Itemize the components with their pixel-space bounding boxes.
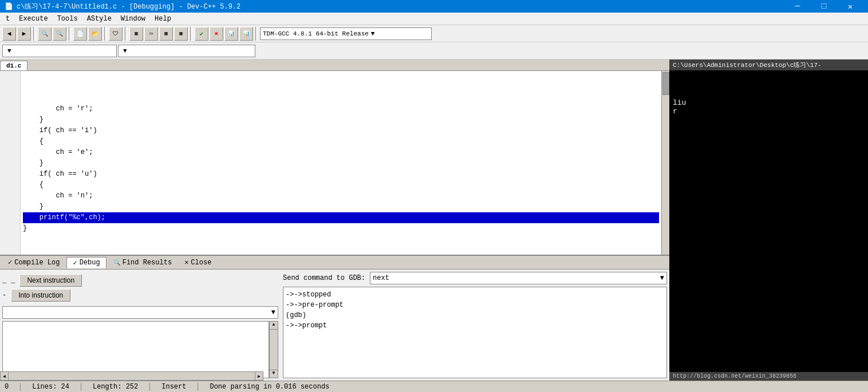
status-bar: 0 Lines: 24 Length: 252 Insert Done pars… — [0, 381, 868, 392]
window-title: c\练习\17-4-7\Untitled1.c - [Debugging] - … — [17, 2, 240, 11]
toolbar-x-btn[interactable]: ✖ — [210, 27, 223, 41]
compiler-dropdown[interactable]: TDM-GCC 4.8.1 64-bit Release ▼ — [260, 27, 432, 40]
status-mode: Insert — [161, 383, 186, 391]
debug-dash1: _ — [2, 276, 6, 284]
gdb-output-line: (gdb) — [286, 310, 664, 320]
toolbar-grid2-btn[interactable]: ▦ — [159, 27, 173, 41]
code-line: } — [23, 158, 659, 169]
toolbar-grid3-btn[interactable]: ▦ — [174, 27, 188, 41]
toolbar-sep3 — [104, 27, 106, 41]
tab-debug[interactable]: ✓ Debug — [66, 257, 106, 268]
menu-item-tools[interactable]: Tools — [53, 14, 82, 24]
status-sep4 — [198, 383, 198, 391]
code-line: if( ch == 'u') — [23, 169, 659, 180]
code-line: { — [23, 180, 659, 191]
toolbar-chart-btn[interactable]: 📊 — [224, 27, 238, 41]
debug-row2: - Into instruction — [2, 289, 278, 302]
tab-find-results[interactable]: 🔍 Find Results — [108, 258, 177, 268]
debug-dropdown-row: ▼ — [2, 306, 278, 319]
terminal-line: r — [673, 107, 865, 116]
menu-item-astyle[interactable]: AStyle — [82, 14, 116, 24]
toolbar-open-btn[interactable]: 📂 — [88, 27, 102, 41]
debug-label: Debug — [80, 259, 100, 267]
toolbar-search-btn[interactable]: 🔍 — [38, 27, 52, 41]
next-instruction-button[interactable]: Next instruction — [19, 274, 82, 287]
terminal-bottom-bar: http://blog.csdn.net/weixin_38239856 — [669, 372, 868, 381]
code-line: printf("%c",ch); — [23, 212, 659, 223]
debug-right-panel: Send command to GDB: next ▼ ->->stopped-… — [281, 270, 669, 381]
gdb-command-dropdown[interactable]: next ▼ — [370, 272, 667, 284]
find-results-icon: 🔍 — [113, 259, 120, 266]
toolbar-grid1-btn[interactable]: ▦ — [129, 27, 143, 41]
compiler-dropdown-arrow: ▼ — [371, 30, 375, 37]
search-dropdown[interactable]: ▼ — [118, 45, 255, 57]
tab-compile-log[interactable]: ✓ Compile Log — [2, 257, 65, 268]
hscroll-track — [9, 372, 255, 380]
toolbar-chart2-btn[interactable]: 📊 — [239, 27, 253, 41]
find-results-label: Find Results — [123, 259, 172, 267]
menu-item-execute[interactable]: Execute — [14, 14, 52, 24]
gdb-output-line: ->->prompt — [286, 320, 664, 331]
toolbar: ◀ ▶ 🔍 🔍 📄 📂 🛡 ▦ ▭ ▦ ▦ ✔ ✖ 📊 📊 TDM-GCC 4.… — [0, 25, 868, 42]
toolbar-check-btn[interactable]: ✔ — [195, 27, 208, 41]
toolbar-forward-btn[interactable]: ▶ — [17, 27, 31, 41]
gdb-output-line: ->->pre-prompt — [286, 300, 664, 310]
toolbar-shield-btn[interactable]: 🛡 — [109, 27, 123, 41]
status-length: Length: 252 — [93, 383, 138, 391]
file-tabs: d1.c — [0, 60, 669, 71]
scrollbar-thumb[interactable] — [662, 72, 669, 95]
search-dropdown-arrow: ▼ — [123, 47, 127, 54]
toolbar-back-btn[interactable]: ◀ — [2, 27, 16, 41]
gdb-send-label: Send command to GDB: — [283, 274, 365, 282]
gdb-output: ->->stopped->->pre-prompt(gdb)->->prompt — [283, 287, 667, 378]
status-lines: Lines: 24 — [32, 383, 69, 391]
menu-item-help[interactable]: Help — [150, 14, 176, 24]
editor-container: d1.c ch = 'r'; } if( ch == 'i') { ch = '… — [0, 60, 669, 381]
textarea-scroll-up[interactable]: ▲ — [270, 322, 278, 330]
code-content[interactable]: ch = 'r'; } if( ch == 'i') { ch = 'e'; }… — [21, 71, 661, 255]
textarea-scroll-right[interactable]: ▶ — [255, 372, 263, 380]
app-icon: 📄 — [5, 2, 13, 11]
terminal-line: liu — [673, 98, 865, 107]
line-numbers — [0, 71, 21, 255]
terminal-path: C:\Users\Administrator\Desktop\c练习\17- — [673, 61, 822, 69]
gdb-send-row: Send command to GDB: next ▼ — [283, 272, 667, 284]
terminal-url: http://blog.csdn.net/weixin_38239856 — [673, 373, 796, 379]
title-bar: 📄 c\练习\17-4-7\Untitled1.c - [Debugging] … — [0, 0, 868, 13]
textarea-hscroll[interactable]: ◀ ▶ — [0, 371, 263, 381]
debug-dash2: _ — [11, 276, 15, 284]
toolbar-sep5 — [190, 27, 192, 41]
toolbar-sep6 — [255, 27, 258, 41]
tab-close[interactable]: ✕ Close — [179, 257, 217, 268]
close-button[interactable]: ✕ — [837, 0, 863, 13]
maximize-button[interactable]: □ — [811, 0, 837, 13]
bottom-panel: ✓ Compile Log ✓ Debug 🔍 Find Results ✕ C… — [0, 255, 669, 381]
file-dropdown[interactable]: ▼ — [2, 45, 117, 57]
code-line: } — [23, 223, 659, 234]
menu-item-t[interactable]: t — [1, 14, 14, 24]
toolbar-sep1 — [33, 27, 35, 41]
status-sep1 — [20, 383, 21, 391]
toolbar-rect-btn[interactable]: ▭ — [144, 27, 158, 41]
main-area: d1.c ch = 'r'; } if( ch == 'i') { ch = '… — [0, 60, 868, 381]
toolbar-sep4 — [125, 27, 127, 41]
code-line: { — [23, 136, 659, 147]
textarea-scroll-down[interactable]: ▼ — [270, 370, 278, 378]
debug-left-panel: _ _ Next instruction - Into instruction … — [0, 270, 281, 381]
debug-dropdown[interactable]: ▼ — [2, 306, 278, 319]
compile-log-icon: ✓ — [8, 258, 12, 267]
file-tab-active[interactable]: d1.c — [0, 61, 27, 70]
toolbar-search2-btn[interactable]: 🔍 — [53, 27, 66, 41]
into-instruction-button[interactable]: Into instruction — [11, 289, 70, 302]
code-area: ch = 'r'; } if( ch == 'i') { ch = 'e'; }… — [0, 71, 669, 255]
debug-textarea[interactable] — [2, 321, 269, 378]
minimize-button[interactable]: ─ — [784, 0, 811, 13]
menu-item-window[interactable]: Window — [116, 14, 150, 24]
gdb-command-value: next — [373, 274, 389, 282]
gdb-output-line: ->->stopped — [286, 290, 664, 300]
status-message: Done parsing in 0.016 seconds — [210, 383, 329, 391]
toolbar-new-btn[interactable]: 📄 — [73, 27, 87, 41]
code-line: ch = 'r'; — [23, 104, 659, 114]
scrollbar-vertical[interactable] — [661, 71, 669, 255]
textarea-scroll-left[interactable]: ◀ — [1, 372, 9, 380]
